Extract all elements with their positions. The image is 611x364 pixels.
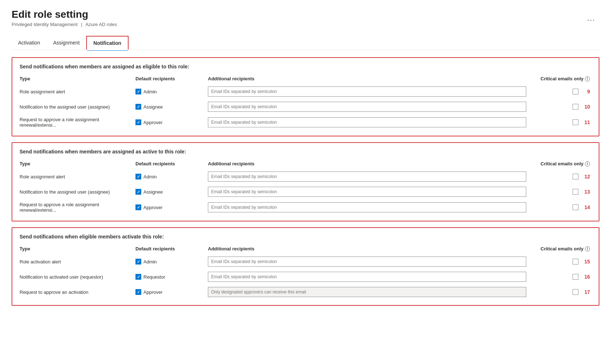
row-critical-cell: 11 (526, 119, 591, 125)
checkbox-checked[interactable] (135, 119, 141, 125)
critical-checkbox[interactable] (573, 104, 578, 110)
recipient-label: Approver (143, 120, 163, 125)
email-input[interactable] (208, 172, 526, 182)
table-header-active: TypeDefault recipientsAdditional recipie… (20, 160, 591, 169)
row-additional-recipients (208, 117, 526, 127)
critical-checkbox[interactable] (573, 274, 578, 280)
row-type: Role assignment alert (20, 174, 135, 179)
row-number: 17 (581, 289, 590, 295)
checkbox-checked[interactable] (135, 289, 141, 295)
col-additional-recipients: Additional recipients (208, 76, 526, 81)
critical-emails-label: Critical emails only (541, 161, 584, 166)
checkbox-checked[interactable] (135, 204, 141, 210)
section-title-active: Send notifications when members are assi… (20, 149, 591, 155)
email-input[interactable] (208, 257, 526, 267)
info-icon[interactable]: i (585, 246, 590, 251)
email-input[interactable] (208, 202, 526, 212)
row-critical-cell: 14 (526, 204, 591, 210)
table-row: Role assignment alertAdmin12 (20, 169, 591, 184)
tab-activation[interactable]: Activation (12, 36, 47, 50)
recipient-label: Assignee (143, 104, 163, 110)
checkbox-checked[interactable] (135, 104, 141, 110)
table-row: Notification to activated user (requesto… (20, 270, 591, 284)
row-number: 12 (581, 174, 590, 179)
row-default-recipient: Admin (135, 89, 208, 94)
row-number: 10 (581, 104, 590, 110)
critical-checkbox[interactable] (573, 119, 578, 125)
col-default-recipients: Default recipients (135, 246, 208, 251)
row-type: Notification to the assigned user (assig… (20, 189, 135, 195)
row-number: 13 (581, 189, 590, 195)
critical-checkbox[interactable] (573, 259, 578, 264)
row-type: Request to approve an activation (20, 289, 135, 295)
email-input[interactable] (208, 86, 526, 97)
col-default-recipients: Default recipients (135, 76, 208, 81)
table-row: Request to approve an activationApprover… (20, 285, 591, 299)
table-row: Role activation alertAdmin15 (20, 254, 591, 269)
ellipsis-menu[interactable]: ... (587, 14, 595, 22)
table-header-activate: TypeDefault recipientsAdditional recipie… (20, 245, 591, 254)
table-row: Request to approve a role assignment ren… (20, 115, 591, 130)
row-default-recipient: Admin (135, 259, 208, 264)
row-number: 11 (581, 119, 590, 125)
section-eligible: Send notifications when members are assi… (12, 57, 599, 136)
row-critical-cell: 12 (526, 174, 591, 179)
critical-emails-label: Critical emails only (541, 76, 584, 81)
critical-checkbox[interactable] (573, 174, 578, 179)
row-type: Notification to the assigned user (assig… (20, 104, 135, 110)
email-input[interactable] (208, 187, 526, 197)
row-additional-recipients (208, 172, 526, 182)
row-type: Request to approve a role assignment ren… (20, 202, 135, 213)
critical-checkbox[interactable] (573, 289, 578, 295)
checkbox-checked[interactable] (135, 174, 141, 179)
table-row: Request to approve a role assignment ren… (20, 200, 591, 215)
table-row: Role assignment alertAdmin9 (20, 84, 591, 99)
row-type: Role activation alert (20, 259, 135, 264)
row-number: 14 (581, 204, 590, 210)
critical-checkbox[interactable] (573, 204, 578, 210)
col-type: Type (20, 161, 135, 166)
table-row: Notification to the assigned user (assig… (20, 185, 591, 199)
row-default-recipient: Assignee (135, 189, 208, 195)
critical-checkbox[interactable] (573, 189, 578, 195)
tab-notification[interactable]: Notification (86, 36, 129, 50)
recipient-label: Approver (143, 289, 163, 295)
email-input[interactable] (208, 102, 526, 112)
tab-bar: Activation Assignment Notification (12, 36, 599, 50)
info-icon[interactable]: i (585, 76, 590, 81)
row-default-recipient: Approver (135, 289, 208, 295)
row-critical-cell: 15 (526, 259, 591, 264)
page-subtitle: Privileged Identity Management | Azure A… (12, 22, 599, 27)
checkbox-checked[interactable] (135, 259, 141, 264)
email-input[interactable] (208, 272, 526, 282)
info-icon[interactable]: i (585, 161, 590, 166)
row-additional-recipients (208, 86, 526, 97)
table-header-eligible: TypeDefault recipientsAdditional recipie… (20, 75, 591, 84)
checkbox-checked[interactable] (135, 274, 141, 280)
email-input[interactable] (208, 117, 526, 127)
row-number: 9 (581, 89, 590, 94)
col-additional-recipients: Additional recipients (208, 246, 526, 251)
recipient-label: Admin (143, 259, 157, 264)
critical-checkbox[interactable] (573, 89, 578, 94)
col-critical-emails: Critical emails only i (526, 161, 591, 166)
section-title-activate: Send notifications when eligible members… (20, 234, 591, 240)
col-default-recipients: Default recipients (135, 161, 208, 166)
checkbox-checked[interactable] (135, 189, 141, 195)
recipient-label: Admin (143, 174, 157, 179)
checkbox-checked[interactable] (135, 89, 141, 94)
section-active: Send notifications when members are assi… (12, 142, 599, 221)
col-critical-emails: Critical emails only i (526, 76, 591, 81)
row-number: 16 (581, 274, 590, 280)
tab-active-underline (87, 50, 128, 51)
col-additional-recipients: Additional recipients (208, 161, 526, 166)
recipient-label: Admin (143, 89, 157, 94)
tab-assignment[interactable]: Assignment (47, 36, 86, 50)
row-default-recipient: Approver (135, 119, 208, 125)
row-additional-recipients (208, 202, 526, 212)
page-title: Edit role setting (12, 9, 599, 20)
critical-emails-label: Critical emails only (541, 246, 584, 251)
row-additional-recipients (208, 287, 526, 297)
row-additional-recipients (208, 257, 526, 267)
table-row: Notification to the assigned user (assig… (20, 100, 591, 114)
